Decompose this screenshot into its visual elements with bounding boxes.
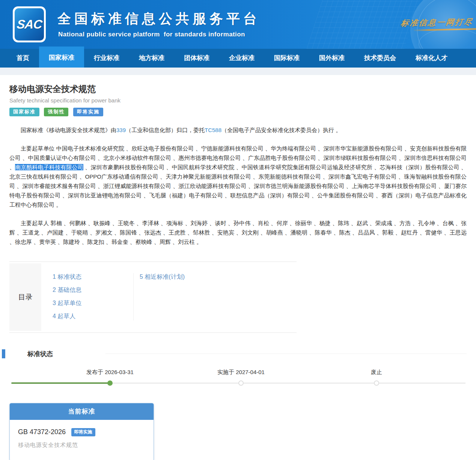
card-badge-upcoming: 即将实施	[71, 428, 95, 436]
main-nav: 首页 国家标准 行业标准 地方标准 团体标准 企业标准 国际标准 国外标准 技术…	[0, 49, 476, 68]
table-of-contents: 目录 1 标准状态 2 基础信息 3 起草单位 4 起草人 5 相近标准(计划)	[9, 262, 297, 333]
nav-separator	[0, 68, 476, 75]
timeline-label-published: 发布于 2026-03-31	[86, 369, 134, 376]
nav-item-national-standards[interactable]: 国家标准	[39, 47, 84, 68]
current-standard-card-body: GB 47372-2026 即将实施 移动电源安全技术规范	[10, 420, 154, 460]
status-timeline: 发布于 2026-03-31 实施于 2027-04-01 废止	[9, 369, 467, 391]
standard-name: 移动电源安全技术规范	[18, 442, 145, 449]
intro-text-1: 国家标准《移动电源安全技术规范》由	[21, 127, 116, 133]
nav-item-home[interactable]: 首页	[7, 49, 39, 68]
nav-item-technical-committees[interactable]: 技术委员会	[354, 49, 406, 68]
toc-label: 目录	[9, 263, 41, 331]
toc-column-1: 1 标准状态 2 基础信息 3 起草单位 4 起草人	[53, 273, 133, 320]
timeline-node-published	[107, 380, 113, 386]
toc-link-similar-standards[interactable]: 5 相近标准(计划)	[140, 273, 185, 281]
timeline-node-abolished	[374, 380, 379, 386]
standard-code: GB 47372-2026	[18, 428, 66, 436]
toc-column-2: 5 相近标准(计划)	[133, 273, 185, 320]
site-subtitle-en: National public service platform for sta…	[58, 31, 245, 38]
highlighted-company: 南京酷科电子科技有限公司	[15, 164, 83, 170]
drafters-names: 郭楠 、何鹏林 、耿振峰 、王晓冬 、李泽林 、项海标 、刘海婷 、谈时 、孙中…	[9, 220, 467, 245]
toc-link-drafting-units[interactable]: 3 起草单位	[53, 299, 133, 307]
current-standard-card-header: 当前标准	[10, 403, 154, 420]
section-marker-icon	[2, 349, 5, 358]
link-339[interactable]: 339	[116, 127, 126, 133]
drafting-units-after: 、深圳市豪鹏科技股份有限公司 、中国民航科学技术研究院 、中国铁道科学研究院集团…	[9, 164, 467, 208]
drafters-paragraph: 主要起草人 郭楠 、何鹏林 、耿振峰 、王晓冬 、李泽林 、项海标 、刘海婷 、…	[9, 218, 467, 247]
drafting-units-paragraph: 主要起草单位 中国电子技术标准化研究院 、欣旺达电子股份有限公司 、宁德新能源科…	[9, 144, 467, 209]
section-rule	[105, 353, 467, 354]
drafting-units-lead: 主要起草单位	[21, 145, 56, 152]
current-standard-code-row: GB 47372-2026 即将实施	[18, 428, 145, 436]
status-section-title: 标准状态	[27, 350, 53, 358]
sac-logo-inner: SAC	[15, 8, 44, 41]
nav-item-group-standards[interactable]: 团体标准	[174, 49, 219, 68]
timeline-label-implemented: 实施于 2027-04-01	[217, 369, 265, 376]
page-title-en: Safety technical specification for power…	[9, 97, 467, 104]
site-title: 全国标准信息公共服务平台	[57, 10, 260, 28]
nav-item-industry-standards[interactable]: 行业标准	[84, 49, 129, 68]
site-header: SAC 全国标准信息公共服务平台 National public service…	[0, 0, 476, 49]
nav-item-foreign-standards[interactable]: 国外标准	[309, 49, 354, 68]
sac-logo-text: SAC	[16, 17, 43, 32]
badge-national-standard: 国家标准	[9, 108, 39, 116]
badge-row: 国家标准 强制性 即将实施	[9, 108, 467, 116]
badge-mandatory: 强制性	[44, 108, 68, 116]
nav-item-international-standards[interactable]: 国际标准	[264, 49, 309, 68]
intro-paragraph: 国家标准《移动电源安全技术规范》由339（工业和信息化部）归口，委托TC588（…	[9, 125, 467, 135]
timeline-progress	[11, 382, 110, 384]
toc-link-standard-status[interactable]: 1 标准状态	[53, 273, 133, 281]
link-tc588[interactable]: TC588	[205, 127, 221, 133]
page-title: 移动电源安全技术规范	[9, 83, 467, 95]
nav-item-enterprise-standards[interactable]: 企业标准	[219, 49, 264, 68]
status-section-header: 标准状态	[9, 349, 467, 359]
main-content: 移动电源安全技术规范 Safety technical specificatio…	[0, 83, 476, 460]
timeline-node-implemented	[238, 380, 244, 386]
toc-link-basic-info[interactable]: 2 基础信息	[53, 286, 133, 294]
toc-link-drafters[interactable]: 4 起草人	[53, 313, 133, 320]
badge-upcoming: 即将实施	[73, 108, 103, 116]
nav-item-local-standards[interactable]: 地方标准	[129, 49, 174, 68]
timeline-label-abolished: 废止	[371, 369, 382, 376]
intro-text-3: （全国电子产品安全标准化技术委员会）执行 。	[221, 127, 341, 133]
intro-text-2: （工业和信息化部）归口，委托	[126, 127, 205, 133]
sac-logo[interactable]: SAC	[13, 6, 46, 42]
current-standard-card: 当前标准 GB 47372-2026 即将实施 移动电源安全技术规范	[9, 403, 154, 460]
drafters-lead: 主要起草人	[21, 220, 51, 226]
header-slogan: 标准信息一网打尽	[400, 17, 474, 28]
toc-links: 1 标准状态 2 基础信息 3 起草单位 4 起草人 5 相近标准(计划)	[41, 263, 297, 331]
nav-item-standardization-talent[interactable]: 标准化人才	[406, 49, 457, 68]
